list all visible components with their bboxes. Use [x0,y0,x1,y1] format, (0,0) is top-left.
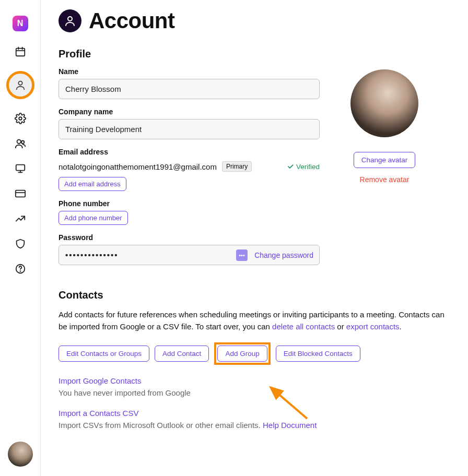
help-icon[interactable] [15,263,26,275]
profile-section-title: Profile [58,48,450,60]
gear-icon[interactable] [15,113,26,124]
svg-rect-0 [16,49,25,56]
contacts-button-row: Edit Contacts or Groups Add Contact Add … [58,342,450,365]
nav-account-selected[interactable] [6,71,34,99]
credit-card-icon[interactable] [15,188,26,199]
svg-point-3 [17,140,20,144]
check-icon [287,163,294,170]
change-avatar-button[interactable]: Change avatar [354,152,416,168]
help-document-link[interactable]: Help Document [263,421,317,430]
main-content: Account Profile Name Company name Email … [41,0,468,476]
remove-avatar-link[interactable]: Remove avatar [360,175,410,184]
import-google-link[interactable]: Import Google Contacts [58,376,141,385]
add-phone-button[interactable]: Add phone number [58,211,128,225]
import-google-desc: You have never imported from Google [58,388,450,397]
contacts-description: Add contacts for future references when … [58,308,450,333]
svg-point-9 [68,17,72,21]
sidebar-avatar[interactable] [8,442,33,467]
password-visibility-icon[interactable]: ••• [236,249,248,261]
svg-point-1 [18,81,22,85]
shield-icon[interactable] [15,238,26,249]
sidebar: N [0,0,41,476]
verified-badge: Verified [287,163,320,171]
company-input[interactable] [58,119,320,139]
monitor-icon[interactable] [15,163,26,174]
page-header: Account [58,8,450,33]
import-csv-block: Import a Contacts CSV Import CSVs from M… [58,409,450,430]
add-email-button[interactable]: Add email address [58,177,126,191]
add-contact-button[interactable]: Add Contact [155,346,209,362]
add-group-highlight: Add Group [214,342,270,365]
person-icon [15,79,26,91]
svg-point-4 [21,141,24,144]
import-csv-desc: Import CSVs from Microsoft Outlook or ot… [58,421,450,430]
svg-rect-5 [16,165,25,171]
add-group-button[interactable]: Add Group [217,346,267,362]
page-title: Account [89,8,175,33]
password-label: Password [58,233,320,242]
profile-avatar [350,69,418,137]
trending-icon[interactable] [15,213,26,224]
email-value: notalotgoingonatthemoment1991@gmail.com [58,162,217,171]
name-input[interactable] [58,79,320,99]
people-icon[interactable] [15,138,26,149]
contacts-section-title: Contacts [58,289,450,301]
svg-point-8 [20,271,20,271]
svg-rect-6 [15,191,25,197]
change-password-link[interactable]: Change password [254,251,313,259]
phone-label: Phone number [58,199,320,208]
export-contacts-link[interactable]: export contacts [346,322,400,331]
edit-blocked-button[interactable]: Edit Blocked Contacts [276,346,360,362]
email-label: Email address [58,148,320,156]
company-label: Company name [58,108,320,116]
name-label: Name [58,67,320,76]
calendar-icon[interactable] [15,46,26,57]
svg-point-2 [19,117,22,120]
delete-all-contacts-link[interactable]: delete all contacts [272,322,335,331]
import-csv-link[interactable]: Import a Contacts CSV [58,409,138,418]
account-header-icon [58,9,81,32]
import-google-block: Import Google Contacts You have never im… [58,376,450,397]
edit-contacts-button[interactable]: Edit Contacts or Groups [58,346,149,362]
nav-items [6,46,34,275]
primary-badge: Primary [222,161,252,172]
app-logo[interactable]: N [13,16,28,31]
